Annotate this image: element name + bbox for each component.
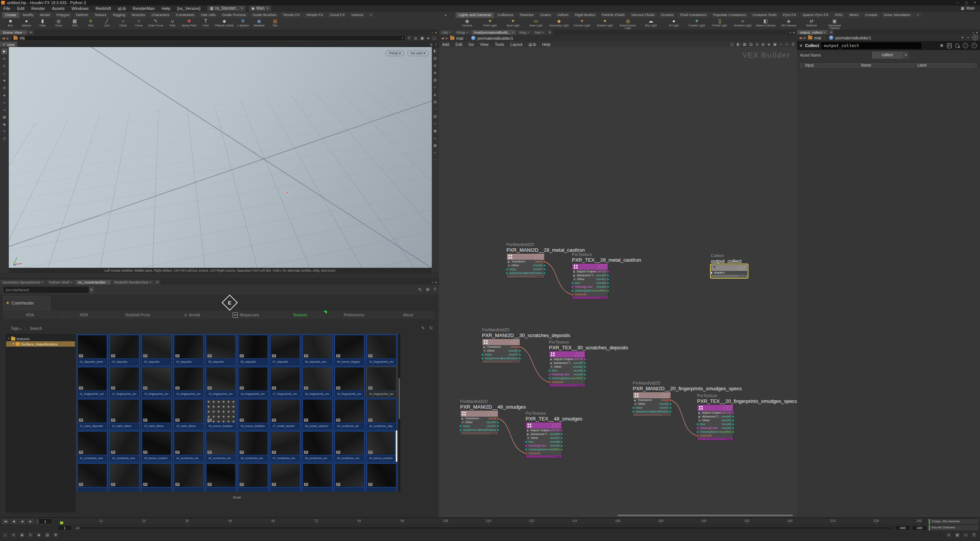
fold-arrow-icon[interactable]: ▶ bbox=[572, 274, 577, 277]
node-flag-dot[interactable] bbox=[730, 438, 731, 440]
param-row-missingalpha[interactable]: missingAlpharesultNG bbox=[572, 289, 608, 293]
shelf-tab-characters[interactable]: Characters bbox=[149, 12, 173, 18]
output-port[interactable] bbox=[607, 278, 609, 280]
forward-icon[interactable]: ▶ bbox=[7, 36, 9, 40]
chevron-down-icon[interactable]: ▾ bbox=[467, 30, 468, 35]
output-port[interactable] bbox=[584, 370, 586, 372]
options-icon[interactable]: ▫ bbox=[433, 158, 438, 163]
tags-dropdown[interactable]: Tags ▾ bbox=[11, 326, 21, 331]
param-row-missingcolor[interactable]: missingColorresultA bbox=[697, 426, 733, 430]
texture-item-11[interactable]: tiff11_fingerprints_sm bbox=[77, 366, 108, 398]
chevron-down-icon[interactable]: ▾ bbox=[542, 30, 544, 35]
node-flag-dot[interactable] bbox=[537, 276, 538, 277]
shelf-tab-guide-brushes[interactable]: Guide Brushes bbox=[249, 12, 280, 18]
add-shelf-tab-button[interactable]: + bbox=[914, 12, 923, 18]
handles-tool-icon[interactable]: ⚙ bbox=[2, 86, 7, 91]
node-flag-dot[interactable] bbox=[556, 456, 557, 457]
chevron-down-icon[interactable]: ▾ bbox=[150, 280, 152, 285]
network-hscrollbar[interactable] bbox=[617, 515, 793, 516]
spinner-icon[interactable]: ⇅ bbox=[903, 52, 908, 59]
tool-platonic-solids[interactable]: ◆Platonic Solids bbox=[214, 18, 235, 29]
fold-arrow-icon[interactable]: ▼ bbox=[549, 365, 554, 369]
minimize-button[interactable]: — bbox=[956, 1, 959, 5]
output-port[interactable] bbox=[607, 274, 609, 277]
shelf-tab-guide-process[interactable]: Guide Process bbox=[219, 12, 249, 18]
param-row-warpamount[interactable]: warpAmountresultRadius bbox=[482, 357, 520, 360]
input-port[interactable] bbox=[506, 272, 508, 274]
output-port[interactable] bbox=[584, 366, 586, 368]
color-palette-icon[interactable]: ◍ bbox=[761, 42, 765, 46]
grid-snap-icon[interactable]: ▦ bbox=[743, 42, 746, 46]
node-flag-dot[interactable] bbox=[728, 438, 729, 440]
texture-item-08[interactable]: tiff08_deposits_dus bbox=[302, 334, 333, 365]
node-pxr-mani2d-28-metal-castiron[interactable]: PxrManifold2DPXR_MANI2D__28_metal_castIr… bbox=[506, 242, 545, 278]
node-pxr-tex-48-smudges[interactable]: PxrTexturePXR_TEX__48_smudges▶Adjust Out… bbox=[526, 411, 562, 458]
texture-item-17[interactable]: tiff17_fingerprints_sm bbox=[270, 366, 301, 398]
shelf-overflow-icon[interactable]: ▼ bbox=[444, 14, 447, 17]
frame-ruler[interactable]: 1224364860728496108120132144156168180192… bbox=[57, 518, 923, 525]
frame-input[interactable]: 1 bbox=[57, 525, 72, 531]
input-port[interactable] bbox=[525, 452, 527, 455]
rotate-tool-icon[interactable]: ↻ bbox=[2, 64, 7, 69]
translate-tool-icon[interactable]: ✛ bbox=[2, 57, 7, 62]
tool-volume-light[interactable]: ✶Volume Light bbox=[570, 18, 593, 29]
param-row-other[interactable]: ▼OtherresultS bbox=[633, 402, 671, 406]
play-button[interactable]: ▶ bbox=[27, 518, 34, 525]
output-port[interactable] bbox=[560, 441, 563, 443]
radial-menu-icon[interactable]: ◎ bbox=[755, 42, 759, 46]
minimap-icon[interactable]: ▭ bbox=[785, 42, 789, 46]
texture-item-28[interactable]: tiff28_metal_castiron bbox=[302, 398, 333, 430]
node-flag-dot[interactable] bbox=[668, 414, 669, 416]
net-menu-tools[interactable]: Tools bbox=[492, 42, 507, 47]
output-port[interactable] bbox=[607, 290, 609, 292]
handler-tab-megascans[interactable]: MMegascans bbox=[219, 311, 273, 319]
tool-spray-paint[interactable]: ✱Spray Paint bbox=[181, 18, 198, 29]
tool-vr-camera[interactable]: ◈VR Camera bbox=[777, 18, 800, 29]
shelf-tab-deform[interactable]: Deform bbox=[73, 12, 91, 18]
shape-palette-icon[interactable]: ◈ bbox=[768, 42, 771, 46]
output-port[interactable] bbox=[670, 411, 672, 413]
shelf-tab-rigging[interactable]: Rigging bbox=[110, 12, 129, 18]
shelf-tab-populate-containers[interactable]: Populate Containers bbox=[710, 12, 750, 18]
output-port[interactable] bbox=[543, 264, 546, 267]
output-port[interactable] bbox=[732, 412, 734, 414]
texture-item-04[interactable]: tiff04_deposits bbox=[173, 334, 204, 365]
tool-caustic-light[interactable]: ✶Caustic Light bbox=[685, 18, 708, 29]
texture-item-41[interactable]: tiff bbox=[77, 463, 108, 492]
fold-arrow-icon[interactable]: ▶ bbox=[507, 260, 511, 264]
net-menu-qlib[interactable]: qLib bbox=[525, 42, 539, 47]
node-flag-dot[interactable] bbox=[554, 456, 555, 457]
shelf-tab-particles[interactable]: Particles bbox=[517, 12, 537, 18]
tool-curve[interactable]: ≈Curve bbox=[131, 18, 147, 29]
material-toggle-icon[interactable]: ◐ bbox=[433, 85, 438, 90]
pane-split-icon[interactable]: ▪ bbox=[973, 31, 974, 34]
texture-item-37[interactable]: tiff37_scratches_sm bbox=[270, 430, 301, 462]
texture-item-42[interactable]: tiff bbox=[109, 463, 140, 492]
node-name-field[interactable]: output_collect bbox=[822, 42, 921, 49]
tree-item-textures[interactable]: ▾textures bbox=[6, 336, 75, 341]
texture-item-18[interactable]: tiff18_fingerprints_sm bbox=[302, 366, 333, 398]
thumbnail-toggle-icon[interactable]: ▣ bbox=[773, 42, 776, 46]
node-header[interactable]: ❖ bbox=[711, 265, 747, 271]
output-port[interactable] bbox=[670, 407, 672, 409]
refresh-icon[interactable]: ↻ bbox=[430, 326, 433, 331]
output-port[interactable] bbox=[543, 272, 546, 274]
search-input[interactable]: Search bbox=[30, 326, 42, 331]
tool-camera[interactable]: ◉Camera bbox=[456, 18, 479, 29]
texture-item-31[interactable]: tiff31_scratches_dus bbox=[77, 430, 108, 462]
node-header[interactable] bbox=[549, 351, 585, 357]
output-port[interactable] bbox=[560, 437, 563, 439]
shelf-tab-modify[interactable]: Modify bbox=[20, 12, 37, 18]
param-row-other[interactable]: ▼OtherresultG bbox=[549, 365, 585, 369]
refresh-icon[interactable]: ↻ bbox=[418, 287, 422, 292]
shelf-tab-viscous-fluids[interactable]: Viscous Fluids bbox=[628, 12, 658, 18]
help-icon[interactable]: ? bbox=[435, 43, 437, 47]
asset-name-dropdown[interactable]: collect bbox=[872, 52, 903, 59]
keys-summary-button[interactable]: 3 keys, 3/6 channels bbox=[929, 519, 979, 525]
node-wire[interactable] bbox=[671, 400, 697, 436]
texture-grid-scrollbar[interactable] bbox=[398, 334, 400, 492]
param-row-manifold[interactable]: manifold bbox=[572, 293, 608, 297]
forward-icon[interactable]: ▶ bbox=[804, 36, 806, 40]
construction-plane-icon[interactable]: ▱ bbox=[2, 100, 7, 105]
texture-item-01[interactable]: tiff01_deposits_pixel bbox=[77, 334, 108, 365]
